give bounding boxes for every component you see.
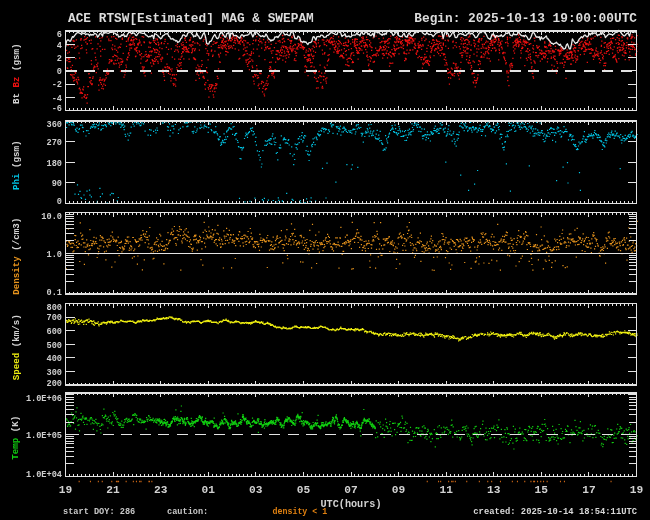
svg-text:600: 600	[47, 327, 62, 337]
svg-text:400: 400	[47, 354, 62, 364]
svg-text:1.0E+05: 1.0E+05	[26, 431, 62, 441]
svg-text:11: 11	[439, 484, 453, 496]
svg-text:Density (/cm3): Density (/cm3)	[11, 218, 22, 295]
svg-text:6: 6	[57, 30, 62, 40]
svg-text:700: 700	[47, 313, 62, 323]
svg-text:caution:: caution:	[167, 507, 208, 517]
svg-text:-4: -4	[52, 94, 62, 104]
svg-text:21: 21	[106, 484, 120, 496]
svg-text:0.1: 0.1	[47, 288, 62, 298]
svg-text:800: 800	[47, 303, 62, 313]
svg-text:1.0: 1.0	[47, 250, 62, 260]
svg-text:0: 0	[57, 67, 62, 77]
svg-text:15: 15	[535, 484, 549, 496]
svg-text:300: 300	[47, 368, 62, 378]
svg-text:-2: -2	[52, 80, 62, 90]
svg-text:01: 01	[202, 484, 216, 496]
svg-text:start DOY: 286: start DOY: 286	[63, 507, 135, 517]
svg-text:Begin: 2025-10-13 19:00:00UTC: Begin: 2025-10-13 19:00:00UTC	[414, 11, 637, 26]
svg-text:09: 09	[392, 484, 406, 496]
svg-text:10.0: 10.0	[41, 212, 62, 222]
svg-text:ACE RTSW[Estimated] MAG & SWEP: ACE RTSW[Estimated] MAG & SWEPAM	[68, 11, 314, 26]
svg-text:180: 180	[47, 159, 62, 169]
svg-text:Bt Bz (gsm): Bt Bz (gsm)	[11, 43, 22, 104]
svg-text:created: 2025-10-14 18:54:11UT: created: 2025-10-14 18:54:11UTC	[473, 507, 637, 517]
svg-text:17: 17	[582, 484, 595, 496]
svg-text:200: 200	[47, 379, 62, 389]
svg-text:Temp (K): Temp (K)	[11, 416, 22, 460]
svg-text:13: 13	[487, 484, 501, 496]
svg-text:Phi (gsm): Phi (gsm)	[11, 140, 22, 190]
svg-text:density < 1: density < 1	[273, 507, 328, 516]
svg-text:19: 19	[630, 484, 644, 496]
svg-text:270: 270	[47, 138, 62, 148]
svg-text:1.0E+06: 1.0E+06	[26, 394, 62, 404]
svg-text:03: 03	[249, 484, 263, 496]
svg-text:19: 19	[59, 484, 73, 496]
svg-text:90: 90	[52, 179, 62, 189]
svg-text:UTC(hours): UTC(hours)	[320, 499, 381, 510]
svg-text:-6: -6	[52, 104, 62, 114]
svg-text:23: 23	[154, 484, 168, 496]
svg-text:05: 05	[297, 484, 311, 496]
svg-text:07: 07	[344, 484, 357, 496]
svg-text:500: 500	[47, 341, 62, 351]
svg-text:360: 360	[47, 120, 62, 130]
svg-text:2: 2	[57, 54, 62, 64]
svg-text:4: 4	[57, 41, 62, 51]
svg-text:1.0E+04: 1.0E+04	[26, 470, 62, 480]
svg-text:Speed (km/s): Speed (km/s)	[11, 314, 22, 380]
svg-text:0: 0	[57, 197, 62, 207]
